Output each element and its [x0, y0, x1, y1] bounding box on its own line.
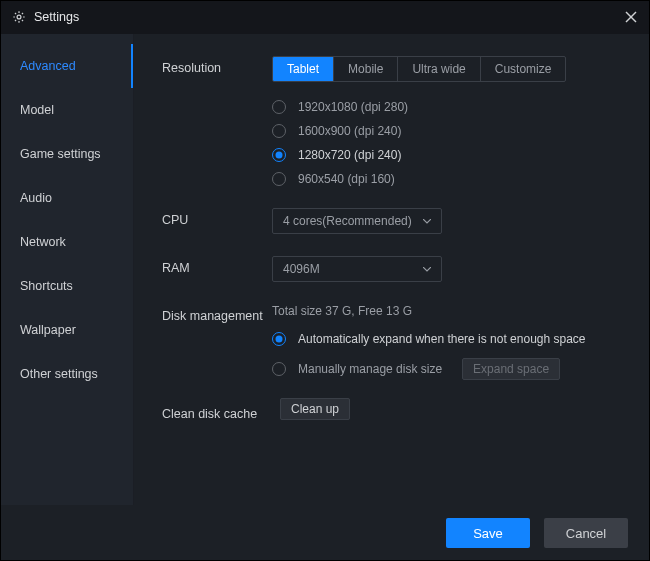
radio-icon	[272, 100, 286, 114]
radio-label: Manually manage disk size	[298, 362, 442, 376]
row-disk-management: Disk management Total size 37 G, Free 13…	[162, 304, 622, 380]
sidebar-item-game-settings[interactable]: Game settings	[0, 132, 133, 176]
tab-customize[interactable]: Customize	[481, 57, 566, 81]
sidebar-item-other-settings[interactable]: Other settings	[0, 352, 133, 396]
radio-label: 1280x720 (dpi 240)	[298, 148, 401, 162]
sidebar-item-label: Game settings	[20, 147, 101, 161]
sidebar-item-label: Model	[20, 103, 54, 117]
tab-mobile[interactable]: Mobile	[334, 57, 398, 81]
row-resolution: Resolution Tablet Mobile Ultra wide Cust…	[162, 56, 622, 186]
sidebar-item-audio[interactable]: Audio	[0, 176, 133, 220]
sidebar-item-label: Audio	[20, 191, 52, 205]
sidebar-item-label: Advanced	[20, 59, 76, 73]
disk-info-text: Total size 37 G, Free 13 G	[272, 304, 622, 318]
resolution-option-1280x720[interactable]: 1280x720 (dpi 240)	[272, 148, 622, 162]
label-resolution: Resolution	[162, 56, 272, 76]
radio-icon	[272, 362, 286, 376]
label-disk-management: Disk management	[162, 304, 272, 324]
sidebar-item-network[interactable]: Network	[0, 220, 133, 264]
row-clean-cache: Clean disk cache Clean up	[162, 402, 622, 422]
sidebar: Advanced Model Game settings Audio Netwo…	[0, 34, 134, 505]
label-cpu: CPU	[162, 208, 272, 228]
sidebar-item-model[interactable]: Model	[0, 88, 133, 132]
sidebar-item-label: Other settings	[20, 367, 98, 381]
save-button[interactable]: Save	[446, 518, 530, 548]
main-panel: Resolution Tablet Mobile Ultra wide Cust…	[134, 34, 650, 505]
close-icon[interactable]	[624, 10, 638, 24]
ram-select[interactable]: 4096M	[272, 256, 442, 282]
resolution-option-960x540[interactable]: 960x540 (dpi 160)	[272, 172, 622, 186]
chevron-down-icon	[423, 219, 431, 224]
resolution-option-1920x1080[interactable]: 1920x1080 (dpi 280)	[272, 100, 622, 114]
sidebar-item-label: Wallpaper	[20, 323, 76, 337]
resolution-tabs: Tablet Mobile Ultra wide Customize	[272, 56, 566, 82]
disk-option-auto[interactable]: Automatically expand when there is not e…	[272, 332, 622, 346]
gear-icon	[12, 10, 26, 24]
tab-tablet[interactable]: Tablet	[273, 57, 334, 81]
radio-label: 1600x900 (dpi 240)	[298, 124, 401, 138]
window-title: Settings	[34, 10, 79, 24]
row-ram: RAM 4096M	[162, 256, 622, 282]
radio-icon	[272, 124, 286, 138]
cpu-select[interactable]: 4 cores(Recommended)	[272, 208, 442, 234]
radio-label: 960x540 (dpi 160)	[298, 172, 395, 186]
title-bar: Settings	[0, 0, 650, 34]
sidebar-item-label: Shortcuts	[20, 279, 73, 293]
ram-select-value: 4096M	[283, 262, 320, 276]
sidebar-item-shortcuts[interactable]: Shortcuts	[0, 264, 133, 308]
chevron-down-icon	[423, 267, 431, 272]
resolution-option-1600x900[interactable]: 1600x900 (dpi 240)	[272, 124, 622, 138]
radio-icon	[272, 148, 286, 162]
sidebar-item-wallpaper[interactable]: Wallpaper	[0, 308, 133, 352]
resolution-radio-list: 1920x1080 (dpi 280) 1600x900 (dpi 240) 1…	[272, 100, 622, 186]
radio-icon	[272, 172, 286, 186]
svg-point-0	[17, 15, 21, 19]
label-clean-cache: Clean disk cache	[162, 402, 272, 422]
disk-option-manual[interactable]: Manually manage disk size Expand space	[272, 358, 622, 380]
radio-label: Automatically expand when there is not e…	[298, 332, 586, 346]
row-cpu: CPU 4 cores(Recommended)	[162, 208, 622, 234]
radio-icon	[272, 332, 286, 346]
footer: Save Cancel	[0, 505, 650, 561]
cancel-button[interactable]: Cancel	[544, 518, 628, 548]
label-ram: RAM	[162, 256, 272, 276]
tab-ultra-wide[interactable]: Ultra wide	[398, 57, 480, 81]
sidebar-item-advanced[interactable]: Advanced	[0, 44, 133, 88]
sidebar-item-label: Network	[20, 235, 66, 249]
radio-label: 1920x1080 (dpi 280)	[298, 100, 408, 114]
cpu-select-value: 4 cores(Recommended)	[283, 214, 412, 228]
clean-up-button[interactable]: Clean up	[280, 398, 350, 420]
expand-space-button[interactable]: Expand space	[462, 358, 560, 380]
